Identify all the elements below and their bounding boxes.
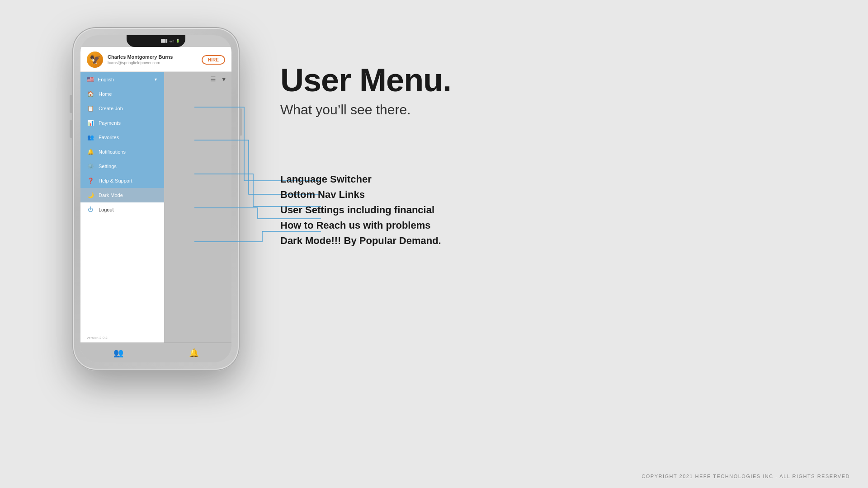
toolbar: ☰ ▼ — [164, 72, 231, 86]
notch: ▊▊▊ wifi 🔋 — [127, 35, 185, 47]
phone-mockup: ▊▊▊ wifi 🔋 🦅 Charles Montgomery Burns bu… — [72, 27, 240, 371]
features-list: Language Switcher Bottom Nav Links User … — [280, 172, 633, 249]
menu-item-favorites[interactable]: 👥 Favorites — [80, 130, 164, 145]
payments-icon: 📊 — [87, 120, 94, 126]
feature-3: User Settings including financial — [280, 202, 633, 218]
hire-button[interactable]: HIRE — [202, 55, 225, 65]
app-body: 🇺🇸 English ▼ 🏠 Home 📋 Create Job — [80, 72, 231, 343]
menu-item-dark-mode[interactable]: 🌙 Dark Mode — [80, 188, 164, 202]
language-label: English — [98, 77, 150, 82]
user-email: burns@springfieldpower.com — [108, 61, 197, 65]
volume-up-button — [70, 95, 72, 113]
flag-icon: 🇺🇸 — [87, 76, 94, 83]
favorites-icon: 👥 — [87, 134, 94, 141]
right-content: User Menu. What you’ll see there. Langua… — [280, 63, 633, 249]
page-subtitle: What you’ll see there. — [280, 102, 633, 117]
menu-label-payments: Payments — [99, 120, 121, 126]
menu-item-payments[interactable]: 📊 Payments — [80, 116, 164, 130]
menu-label-favorites: Favorites — [99, 135, 119, 140]
feature-4: How to Reach us with problems — [280, 218, 633, 233]
app-header: 🦅 Charles Montgomery Burns burns@springf… — [80, 47, 231, 72]
dark-mode-icon: 🌙 — [87, 192, 94, 198]
menu-label-create-job: Create Job — [99, 106, 123, 111]
user-info: Charles Montgomery Burns burns@springfie… — [108, 54, 197, 65]
menu-item-logout[interactable]: ⏻ Logout — [80, 202, 164, 217]
feature-5: Dark Mode!!! By Popular Demand. — [280, 233, 633, 249]
language-switcher[interactable]: 🇺🇸 English ▼ — [80, 72, 164, 87]
logout-icon: ⏻ — [87, 206, 94, 213]
phone-shell: ▊▊▊ wifi 🔋 🦅 Charles Montgomery Burns bu… — [72, 27, 240, 371]
app-content: 🦅 Charles Montgomery Burns burns@springf… — [80, 47, 231, 362]
bottom-nav-bell-icon[interactable]: 🔔 — [189, 348, 199, 358]
menu-label-home: Home — [99, 91, 112, 97]
menu-item-home[interactable]: 🏠 Home — [80, 87, 164, 101]
side-drawer: 🇺🇸 English ▼ 🏠 Home 📋 Create Job — [80, 72, 164, 343]
menu-label-dark-mode: Dark Mode — [99, 192, 123, 198]
menu-label-logout: Logout — [99, 207, 114, 212]
menu-item-settings[interactable]: ⚙️ Settings — [80, 159, 164, 174]
feature-1: Language Switcher — [280, 172, 633, 187]
create-job-icon: 📋 — [87, 105, 94, 112]
notifications-icon: 🔔 — [87, 149, 94, 155]
page-title: User Menu. — [280, 63, 633, 98]
settings-icon: ⚙️ — [87, 163, 94, 169]
menu-item-help[interactable]: ❓ Help & Support — [80, 174, 164, 188]
volume-down-button — [70, 120, 72, 138]
bottom-nav-group-icon[interactable]: 👥 — [113, 348, 123, 358]
home-icon: 🏠 — [87, 91, 94, 97]
phone-screen: ▊▊▊ wifi 🔋 🦅 Charles Montgomery Burns bu… — [80, 35, 231, 362]
feature-2: Bottom Nav Links — [280, 187, 633, 202]
menu-label-notifications: Notifications — [99, 149, 126, 155]
bottom-nav: 👥 🔔 — [80, 343, 231, 362]
menu-label-settings: Settings — [99, 164, 117, 169]
copyright-text: COPYRIGHT 2021 HEFE TECHNOLOGIES INC - A… — [642, 474, 850, 479]
filter-icon[interactable]: ▼ — [221, 75, 227, 83]
user-name: Charles Montgomery Burns — [108, 54, 197, 60]
list-icon[interactable]: ☰ — [210, 75, 216, 83]
menu-item-notifications[interactable]: 🔔 Notifications — [80, 145, 164, 159]
content-panel: ☰ ▼ — [164, 72, 231, 343]
app-version: version 2.0.2 — [80, 333, 164, 343]
user-avatar: 🦅 — [87, 52, 103, 68]
caret-icon: ▼ — [154, 77, 158, 82]
power-button — [240, 108, 242, 136]
menu-label-help: Help & Support — [99, 178, 132, 183]
help-icon: ❓ — [87, 178, 94, 184]
menu-item-create-job[interactable]: 📋 Create Job — [80, 101, 164, 116]
